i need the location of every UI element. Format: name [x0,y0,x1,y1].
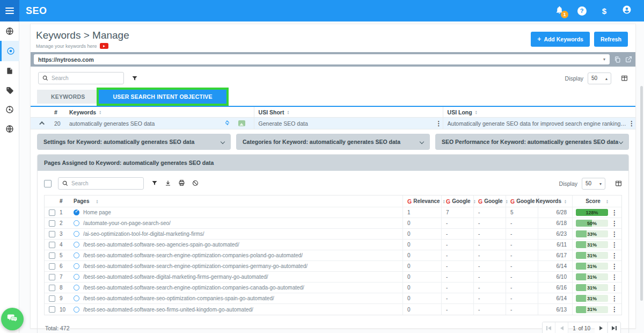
row-menu-kebab[interactable] [611,230,618,238]
image-preview-icon[interactable] [238,120,245,126]
keywords-search[interactable] [38,72,124,84]
sidebar-item-keywords-active[interactable] [0,41,19,61]
col-pages[interactable]: Pages [74,198,402,204]
usi-long-menu-kebab[interactable] [628,120,635,127]
filter-icon[interactable] [151,179,158,189]
copy-icon[interactable] [614,56,621,63]
columns-icon[interactable] [615,180,622,187]
col-relevance[interactable]: GRelevance [402,196,441,207]
col-google-3[interactable]: GGoogle [506,196,538,207]
col-score[interactable]: Score [572,196,621,207]
accordion-seo-performance[interactable]: SEO Performance for Keyword: automatical… [435,134,629,150]
tab-user-search-intent-objective[interactable]: USER SEARCH INTENT OBJECTIVE [99,90,226,104]
accordion-settings[interactable]: Settings for Keyword: automatically gene… [37,134,231,150]
google-value: - [441,283,473,293]
page-link[interactable]: /best-seo-automated-software-search-engi… [83,263,308,269]
row-checkbox[interactable] [49,274,55,280]
filter-icon[interactable] [131,75,138,82]
add-keywords-button[interactable]: + Add Keywords [531,32,590,47]
sidebar-item-pages[interactable] [0,61,19,81]
row-menu-kebab[interactable] [611,295,618,302]
notifications-button[interactable]: 1 [554,5,565,16]
next-page-button[interactable] [595,322,608,333]
first-page-button[interactable] [543,322,555,333]
row-menu-kebab[interactable] [611,241,618,249]
help-button[interactable]: ? [576,5,587,16]
block-icon[interactable] [192,179,199,189]
row-checkbox[interactable] [49,252,55,259]
page-link[interactable]: /automate-your-on-page-search-seo/ [83,220,171,226]
prev-page-button[interactable] [555,322,568,333]
row-menu-kebab[interactable] [611,273,618,281]
row-checkbox[interactable] [49,209,55,216]
sync-settings-icon[interactable] [224,119,231,127]
account-button[interactable] [621,5,632,16]
menu-toggle[interactable] [0,0,19,21]
google-value: - [506,272,538,282]
relevance-value: 0 [402,229,441,239]
relevance-value: 0 [402,240,441,250]
refresh-button[interactable]: Refresh [594,32,628,47]
page-link[interactable]: Home page [83,209,111,215]
usi-short-menu-kebab[interactable] [435,120,443,127]
row-checkbox[interactable] [49,306,55,313]
chevron-down-icon [619,140,623,144]
open-in-new-icon[interactable] [625,56,632,63]
page-link[interactable]: /best-seo-automated-software-search-engi… [83,252,303,258]
row-menu-kebab[interactable] [611,284,618,292]
select-all-checkbox[interactable] [44,180,52,187]
pages-search[interactable] [58,177,144,190]
col-google-1[interactable]: GGoogle [441,196,473,207]
page-link[interactable]: /best-seo-automated-software-seo-optimiz… [83,295,274,301]
col-keywords[interactable]: Keywords [69,109,254,115]
sidebar-item-domains[interactable] [0,119,19,139]
col-usi-long[interactable]: USI Long [443,107,635,117]
last-page-button[interactable] [608,322,620,333]
google-value: - [506,218,538,228]
keywords-search-input[interactable] [52,75,120,81]
row-menu-kebab[interactable] [611,252,618,259]
row-menu-kebab[interactable] [611,220,618,227]
sidebar-item-tracking[interactable] [0,100,19,119]
columns-icon[interactable] [621,75,628,82]
sidebar-item-websites[interactable] [0,21,19,41]
page-link[interactable]: /ai-seo-optimization-tool-for-digital-ma… [83,231,204,237]
row-menu-kebab[interactable] [611,209,618,216]
current-page[interactable]: 1 [573,325,576,331]
collapse-row-button[interactable] [31,121,54,125]
row-menu-kebab[interactable] [611,263,618,270]
download-icon[interactable] [165,179,171,189]
pages-search-input[interactable] [71,180,140,186]
relevance-value: 0 [402,283,441,293]
pages-display-select[interactable]: 50 [582,178,605,190]
youtube-icon[interactable] [100,43,108,49]
tab-keywords[interactable]: KEYWORDS [37,90,99,104]
scrollbar[interactable] [640,86,643,301]
accordion-categories[interactable]: Categories for Keyword: automatically ge… [236,134,430,150]
row-checkbox[interactable] [49,263,55,270]
row-checkbox[interactable] [49,242,55,248]
site-url-input[interactable] [38,56,603,63]
col-keywords[interactable]: Keywords [538,196,572,207]
row-checkbox[interactable] [49,295,55,302]
chevron-down-icon[interactable]: ▾ [603,57,605,62]
page-link[interactable]: /best-seo-automated-software-search-engi… [83,285,304,291]
row-checkbox[interactable] [49,220,55,227]
page-link[interactable]: /best-seo-automated-software-digital-mar… [83,274,268,280]
billing-button[interactable]: $ [599,5,610,16]
app-title: SEO [26,5,47,17]
page-link[interactable]: /best-seo-automated-software-seo-agencie… [83,242,239,248]
col-google-2[interactable]: GGoogle [473,196,506,207]
site-url-select[interactable]: ▾ [34,54,610,64]
print-icon[interactable] [178,179,185,189]
sidebar-item-tags[interactable] [0,81,19,100]
row-checkbox[interactable] [49,285,55,291]
row-checkbox[interactable] [49,231,55,237]
display-select[interactable]: 50 [588,73,611,84]
row-menu-kebab[interactable] [611,306,618,313]
col-usi-short[interactable]: USI Short [254,107,443,117]
page-link[interactable]: /best-seo-automated-software-seo-firms-u… [83,307,253,313]
google-value: - [441,218,473,228]
pages-panel-header[interactable]: Pages Assigned to Keyword: automatically… [38,155,628,171]
chat-widget-button[interactable] [1,308,24,330]
